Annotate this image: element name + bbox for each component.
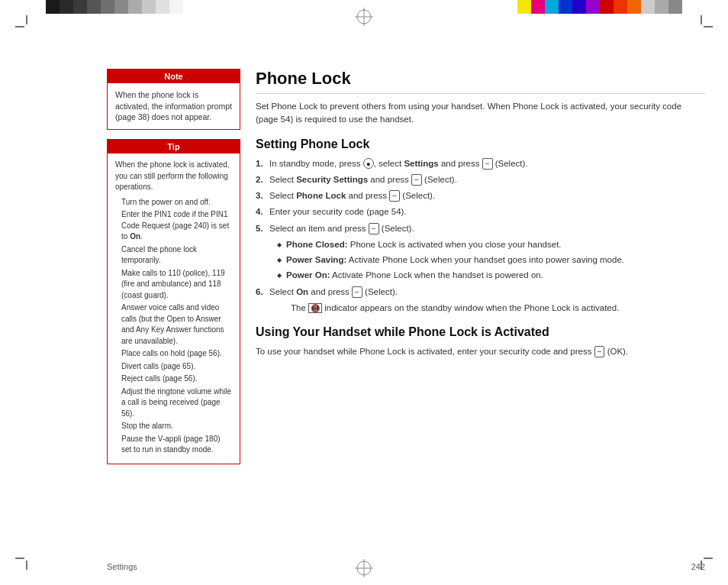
page-title: Phone Lock: [256, 69, 705, 94]
tip-box: Tip When the phone lock is activated, yo…: [107, 139, 240, 464]
step-3: 3. Select Phone Lock and press − (Select…: [256, 189, 705, 202]
tip-body: When the phone lock is activated, you ca…: [108, 154, 240, 464]
reg-mark-tl: [15, 15, 38, 38]
reg-mark-bl: [15, 547, 38, 570]
intro-text: Set Phone Lock to prevent others from us…: [256, 100, 705, 127]
steps-list: 1. In standby mode, press ●, select Sett…: [256, 157, 705, 315]
step6-note: The 📵 indicator appears on the standby w…: [269, 302, 705, 315]
list-item: Stop the alarm.: [121, 421, 232, 432]
step-2: 2. Select Security Settings and press − …: [256, 173, 705, 186]
footer-left: Settings: [107, 562, 137, 571]
ok-key-icon: −: [594, 346, 605, 357]
sub-items: Phone Closed: Phone Lock is activated wh…: [269, 238, 705, 283]
tip-list: Turn the power on and off. Enter the PIN…: [115, 197, 232, 456]
sub-item-power-saving: Power Saving: Activate Phone Lock when y…: [277, 254, 705, 267]
step-6: 6. Select On and press − (Select). The 📵…: [256, 286, 705, 315]
list-item: Reject calls (page 56).: [121, 373, 232, 385]
main-content: Note When the phone lock is activated, t…: [107, 69, 705, 547]
right-content: Phone Lock Set Phone Lock to prevent oth…: [256, 69, 705, 547]
select-key-icon-3: −: [389, 190, 400, 202]
list-item: Place calls on hold (page 56).: [121, 348, 232, 360]
crosshair-top: [355, 8, 373, 26]
list-item: Enter the PIN1 code if the PIN1 Code Req…: [121, 209, 232, 243]
list-item: Turn the power on and off.: [121, 197, 232, 208]
list-item: Answer voice calls and video calls (but …: [121, 302, 232, 347]
indicator-icon: 📵: [308, 303, 322, 313]
note-body: When the phone lock is activated, the in…: [108, 83, 240, 129]
section2-text: To use your handset while Phone Lock is …: [256, 345, 705, 358]
center-key-icon: ●: [363, 158, 374, 169]
color-swatches-left: [46, 0, 183, 14]
step-1: 1. In standby mode, press ●, select Sett…: [256, 157, 705, 170]
select-key-icon: −: [482, 158, 493, 170]
list-item: Adjust the ringtone volume while a call …: [121, 386, 232, 420]
section2-title: Using Your Handset while Phone Lock is A…: [256, 325, 705, 339]
select-key-icon-5: −: [369, 223, 379, 234]
section1-title: Setting Phone Lock: [256, 137, 705, 151]
sidebar: Note When the phone lock is activated, t…: [107, 69, 240, 547]
select-key-icon-6: −: [352, 286, 362, 298]
tip-header: Tip: [108, 140, 240, 154]
list-item: Divert calls (page 65).: [121, 361, 232, 373]
sub-item-power-on: Power On: Activate Phone Lock when the h…: [277, 269, 705, 282]
list-item: Make calls to 110 (police), 119 (fire an…: [121, 268, 232, 302]
list-item: Pause the V-appli (page 180) set to run …: [121, 434, 232, 456]
footer-right: 242: [691, 562, 705, 571]
tip-intro: When the phone lock is activated, you ca…: [115, 160, 232, 193]
footer: Settings 242: [107, 562, 705, 571]
note-header: Note: [108, 69, 240, 83]
note-box: Note When the phone lock is activated, t…: [107, 69, 240, 130]
sub-item-phone-closed: Phone Closed: Phone Lock is activated wh…: [277, 238, 705, 251]
reg-mark-tr: [690, 15, 713, 38]
list-item: Cancel the phone lock temporarily.: [121, 244, 232, 267]
color-swatches-right: [517, 0, 682, 14]
step-4: 4. Enter your security code (page 54).: [256, 205, 705, 218]
step-5: 5. Select an item and press − (Select). …: [256, 222, 705, 283]
select-key-icon-2: −: [411, 174, 422, 186]
